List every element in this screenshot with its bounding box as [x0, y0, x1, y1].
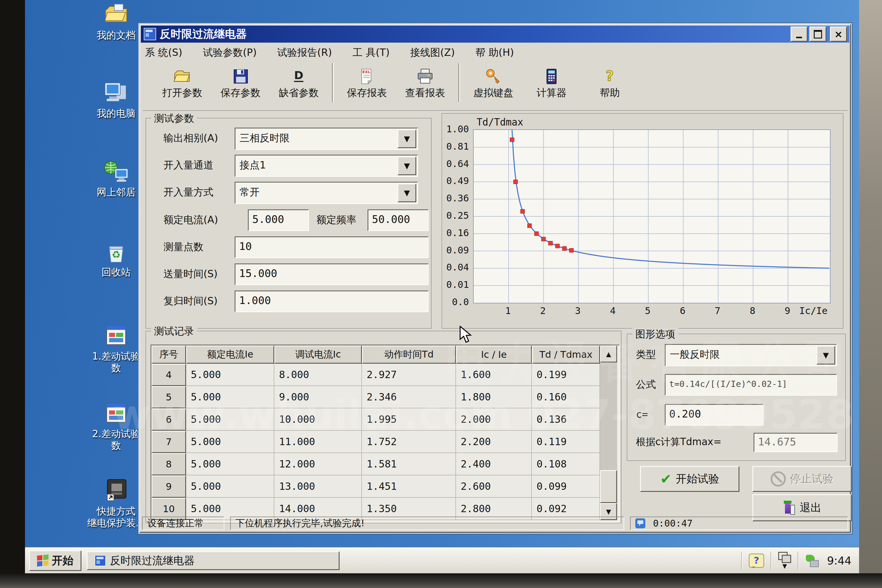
app-icon: [144, 28, 156, 40]
chart-grid: [474, 130, 830, 303]
windows-stack-icon[interactable]: [778, 552, 791, 564]
table-cell[interactable]: 2.346: [362, 386, 456, 408]
table-cell[interactable]: 0.160: [532, 386, 600, 408]
toolbar-button-open-folder[interactable]: 打开参数: [153, 63, 212, 107]
statusbar: 设备连接正常 下位机程序执行完毕,试验完成! 0:00:47: [142, 516, 848, 530]
table-cell[interactable]: 11.000: [274, 431, 362, 453]
feed-time-input[interactable]: 15.000: [235, 263, 429, 285]
table-cell[interactable]: 12.000: [274, 453, 362, 476]
table-cell[interactable]: 2.400: [456, 453, 532, 476]
chevron-down-icon[interactable]: ▼: [816, 346, 835, 364]
chevron-down-icon[interactable]: ▼: [398, 183, 416, 202]
minimize-button[interactable]: [790, 27, 808, 42]
rated-freq-input[interactable]: 50.000: [368, 209, 429, 231]
table-scrollbar[interactable]: ▲▼: [600, 345, 617, 520]
elapsed-time-panel: 0:00:47: [630, 516, 848, 530]
curve-type-select[interactable]: 一般反时限 ▼: [665, 344, 837, 366]
reset-time-input[interactable]: 1.000: [235, 291, 429, 312]
remove-hardware-icon[interactable]: [805, 554, 819, 567]
row-header[interactable]: 4: [152, 364, 186, 386]
save-floppy-icon: [212, 63, 270, 85]
table-cell[interactable]: 5.000: [186, 364, 274, 386]
scroll-up-button[interactable]: ▲: [600, 345, 617, 363]
table-cell[interactable]: 0.119: [532, 431, 600, 453]
table-cell[interactable]: 1.800: [456, 386, 532, 408]
taskbar: 开始 反时限过流继电器 ? ▼ 9:44: [25, 548, 859, 573]
table-cell[interactable]: 0.136: [532, 408, 600, 431]
scrollbar-thumb[interactable]: [600, 470, 617, 503]
row-header[interactable]: 7: [152, 431, 186, 453]
start-test-button[interactable]: ✔ 开始试验: [640, 466, 740, 492]
table-cell[interactable]: 1.600: [456, 364, 532, 386]
row-header[interactable]: 5: [152, 386, 186, 408]
maximize-button[interactable]: [809, 27, 826, 42]
start-button[interactable]: 开始: [29, 550, 81, 571]
row-header[interactable]: 8: [152, 453, 186, 476]
table-cell[interactable]: 2.200: [456, 431, 532, 453]
table-cell[interactable]: 5.000: [186, 386, 274, 408]
table-header-cell[interactable]: 序号: [152, 345, 186, 364]
table-cell[interactable]: 0.199: [532, 364, 600, 386]
c-input[interactable]: 0.200: [665, 404, 764, 426]
close-button[interactable]: ×: [830, 27, 847, 42]
table-header-cell[interactable]: Ic / Ie: [456, 345, 532, 364]
toolbar-button-view-report-printer[interactable]: 查看报表: [396, 63, 454, 107]
table-cell[interactable]: 5.000: [186, 476, 274, 498]
table-cell[interactable]: 5.000: [186, 408, 274, 431]
input-mode-select[interactable]: 常开 ▼: [235, 182, 418, 204]
rated-current-input[interactable]: 5.000: [248, 209, 309, 231]
table-cell[interactable]: 2.927: [362, 364, 456, 386]
table-cell[interactable]: 13.000: [274, 476, 362, 498]
output-phase-select[interactable]: 三相反时限 ▼: [235, 128, 418, 150]
table-header-cell[interactable]: 额定电流Ie: [186, 345, 274, 364]
table-cell[interactable]: 2.600: [456, 476, 532, 498]
row-header[interactable]: 9: [152, 476, 186, 498]
table-cell[interactable]: 1.451: [362, 476, 456, 498]
titlebar[interactable]: 反时限过流继电器 ×: [141, 26, 849, 43]
table-cell[interactable]: 2.000: [456, 408, 532, 431]
chevron-down-icon[interactable]: ▼: [398, 156, 416, 175]
table-cell[interactable]: 0.099: [532, 476, 600, 498]
table-header-cell[interactable]: Td / Tdmax: [532, 345, 600, 364]
toolbar-button-save-report[interactable]: EXL保存报表: [338, 63, 396, 107]
table-cell[interactable]: 5.000: [186, 431, 274, 453]
toolbar-button-help-question[interactable]: ?帮助: [580, 63, 639, 107]
chevron-down-icon[interactable]: ▼: [398, 129, 416, 148]
table-cell[interactable]: 9.000: [274, 386, 362, 408]
toolbar: 打开参数保存参数D缺省参数EXL保存报表查看报表虚拟键盘计算器?帮助: [142, 62, 848, 111]
menu-item[interactable]: 试验报告(R): [275, 45, 334, 60]
status-message: 下位机程序执行完毕,试验完成!: [230, 516, 624, 530]
menu-item[interactable]: 试验参数(P): [201, 45, 259, 60]
help-balloon-icon[interactable]: ?: [749, 554, 764, 568]
my-computer-icon: [103, 80, 130, 106]
toolbar-button-default-params[interactable]: D缺省参数: [270, 63, 328, 107]
rated-freq-label: 额定频率: [316, 209, 356, 230]
row-header[interactable]: 6: [152, 408, 186, 431]
menu-item[interactable]: 接线图(Z): [408, 45, 457, 60]
table-cell[interactable]: 10.000: [274, 408, 362, 431]
svg-text:♻: ♻: [112, 249, 120, 261]
table-cell[interactable]: 0.108: [532, 453, 600, 476]
table-header-cell[interactable]: 调试电流Ic: [274, 345, 362, 364]
table-cell[interactable]: 8.000: [274, 364, 362, 386]
menu-item[interactable]: 帮 助(H): [473, 45, 516, 60]
table-cell[interactable]: 1.995: [362, 408, 456, 431]
formula-input[interactable]: t=0.14c/[(I/Ie)^0.02-1]: [665, 374, 837, 396]
point-count-input[interactable]: 10: [235, 236, 429, 258]
input-channel-select[interactable]: 接点1 ▼: [235, 154, 418, 177]
y-tick-label: 0.0: [442, 296, 469, 308]
table-cell[interactable]: 5.000: [186, 453, 274, 476]
taskbar-app-item[interactable]: 反时限过流继电器: [87, 551, 340, 570]
toolbar-button-virtual-keyboard-key[interactable]: 虚拟键盘: [464, 63, 522, 107]
x-tick-label: 3: [571, 305, 584, 316]
table-header-cell[interactable]: 动作时间Td: [362, 345, 456, 364]
y-tick-label: 0.25: [442, 210, 469, 221]
table-cell[interactable]: 1.581: [362, 453, 456, 476]
toolbar-button-save-floppy[interactable]: 保存参数: [212, 63, 270, 107]
tdmax-value: 14.675: [753, 433, 838, 452]
toolbar-button-calculator[interactable]: 计算器: [522, 63, 580, 107]
menu-item[interactable]: 系 统(S): [142, 45, 184, 60]
table-cell[interactable]: 1.752: [362, 431, 456, 453]
menu-item[interactable]: 工 具(T): [350, 45, 392, 60]
test-params-group: 测试参数 输出相别(A) 三相反时限 ▼ 开入量通道 接点1 ▼ 开入量方式 常…: [146, 118, 432, 329]
